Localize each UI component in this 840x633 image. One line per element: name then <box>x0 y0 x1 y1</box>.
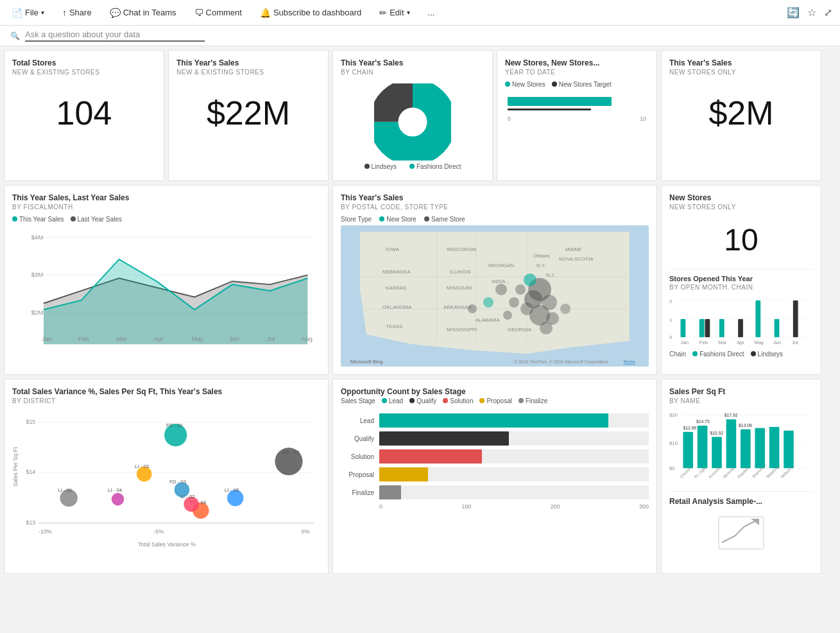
svg-text:Mar: Mar <box>718 340 727 345</box>
svg-rect-131 <box>769 427 780 468</box>
new-stores-ytd-title: New Stores, New Stores... <box>505 58 649 67</box>
scatter-svg: Sales Per Sq Ft $15 $14 $13 -10% -5% 0% … <box>12 410 320 564</box>
share-icon: ↑ <box>62 8 67 18</box>
legend-last-year: Last Year Sales <box>78 216 123 223</box>
map-subtitle: BY POSTAL CODE, STORE TYPE <box>341 204 649 211</box>
file-icon: 📄 <box>12 8 22 18</box>
opp-row-proposal: Proposal <box>341 467 649 481</box>
svg-text:FD - 03: FD - 03 <box>169 479 187 485</box>
svg-rect-74 <box>755 300 760 337</box>
pie-chart-container: Lindseys Fashions Direct <box>341 81 484 173</box>
retail-trend-icon <box>716 514 767 552</box>
svg-text:N.Y.: N.Y. <box>536 263 546 268</box>
map-container[interactable]: IOWA NEBRASKA KANSAS OKLAHOMA TEXAS WISC… <box>341 225 649 367</box>
svg-text:2: 2 <box>669 299 672 304</box>
svg-text:$13: $13 <box>26 519 36 526</box>
svg-text:NEBRASKA: NEBRASKA <box>382 269 411 275</box>
svg-text:Total Sales Variance %: Total Sales Variance % <box>138 541 196 548</box>
legend-new-stores-target: New Stores Target <box>559 81 612 88</box>
opp-row-lead: Lead <box>341 413 649 428</box>
svg-text:MAINE: MAINE <box>565 247 581 252</box>
svg-text:FD - 01: FD - 01 <box>166 422 183 428</box>
pie-label-lindseys: Lindseys <box>372 163 397 170</box>
svg-text:$3M: $3M <box>31 271 43 278</box>
new-stores-ytd-card: New Stores, New Stores... YEAR TO DATE N… <box>497 50 657 181</box>
svg-text:Aug: Aug <box>302 335 313 342</box>
new-stores-only-value: $2M <box>669 81 813 145</box>
svg-text:ALABAMA: ALABAMA <box>476 317 500 323</box>
svg-text:May: May <box>191 335 203 342</box>
chain-label: Chain <box>669 351 686 358</box>
fullscreen-icon[interactable]: ⤢ <box>824 6 832 19</box>
map-legend-same: Same Store <box>431 216 465 223</box>
opp-row-finalize: Finalize <box>341 485 649 499</box>
svg-text:N.J.: N.J. <box>546 272 555 278</box>
new-stores-count-subtitle: NEW STORES ONLY <box>669 204 813 211</box>
scatter-subtitle: BY DISTRICT <box>12 397 320 404</box>
edit-button[interactable]: ✏ Edit ▾ <box>375 5 413 21</box>
map-legend: Store Type New Store Same Store <box>341 216 649 223</box>
map-card: This Year's Sales BY POSTAL CODE, STORE … <box>332 185 657 375</box>
topbar: 📄 File ▾ ↑ Share 💬 Chat in Teams 🗨 Comme… <box>0 0 840 26</box>
map-svg: IOWA NEBRASKA KANSAS OKLAHOMA TEXAS WISC… <box>341 225 649 367</box>
svg-text:LI - 04: LI - 04 <box>108 487 123 493</box>
svg-text:$13.08: $13.08 <box>739 423 752 428</box>
topbar-right: 🔄 ☆ ⤢ <box>787 6 832 19</box>
refresh-icon[interactable]: 🔄 <box>787 6 800 19</box>
svg-text:LI - 02: LI - 02 <box>181 494 195 499</box>
subscribe-button[interactable]: 🔔 Subscribe to dashboard <box>256 5 365 21</box>
comment-button[interactable]: 🗨 Comment <box>191 5 246 21</box>
svg-text:LI - 01: LI - 01 <box>58 487 73 493</box>
svg-point-57 <box>495 284 507 295</box>
svg-text:Jan: Jan <box>681 340 689 345</box>
new-stores-only-title: This Year's Sales <box>669 58 813 67</box>
retail-analysis-section: Retail Analysis Sample-... <box>669 491 813 559</box>
svg-point-110 <box>112 493 124 506</box>
teams-icon: 💬 <box>110 8 121 18</box>
svg-text:WISCONSIN: WISCONSIN <box>447 247 476 252</box>
chat-teams-button[interactable]: 💬 Chat in Teams <box>106 5 180 21</box>
svg-text:Microsoft Bing: Microsoft Bing <box>350 359 383 365</box>
this-year-sales-subtitle: NEW & EXISTING STORES <box>176 69 320 76</box>
svg-text:$20: $20 <box>669 412 678 418</box>
opp-fill-lead <box>379 413 608 428</box>
map-legend-new: New Store <box>386 216 416 223</box>
svg-text:© 2024 TomTom, © 2024 Microsof: © 2024 TomTom, © 2024 Microsoft Corporat… <box>514 360 608 365</box>
svg-text:Jun: Jun <box>229 335 239 342</box>
svg-text:1: 1 <box>669 317 672 323</box>
sales-sqft-card: Sales Per Sq Ft BY NAME $20 $10 $0 $12.8… <box>661 379 821 574</box>
legend-fashions-direct: Fashions Direct <box>699 351 744 358</box>
svg-text:ILLINOIS: ILLINOIS <box>450 269 471 275</box>
svg-rect-71 <box>705 319 710 337</box>
line-chart-subtitle: BY FISCALMONTH <box>12 204 320 211</box>
svg-point-58 <box>483 297 493 308</box>
qa-input-container[interactable]: Ask a question about your data <box>25 30 205 42</box>
svg-point-51 <box>515 284 526 295</box>
bookmark-icon[interactable]: ☆ <box>807 6 816 19</box>
svg-text:$14: $14 <box>26 469 36 475</box>
opp-label-solution: Solution <box>341 453 379 460</box>
svg-text:$4M: $4M <box>31 234 43 241</box>
opp-track-finalize <box>379 485 649 499</box>
svg-text:Sales Per Sq Ft: Sales Per Sq Ft <box>12 447 19 487</box>
opened-bar-chart: 2 1 0 <box>669 296 813 347</box>
new-stores-legend: New Stores New Stores Target <box>505 81 649 88</box>
share-label: Share <box>69 8 92 17</box>
opportunity-bars: Lead Qualify Solution Proposal <box>341 408 649 515</box>
opp-fill-solution <box>379 449 482 464</box>
svg-rect-75 <box>775 319 780 337</box>
new-stores-only-card: This Year's Sales NEW STORES ONLY $2M <box>661 50 821 181</box>
share-button[interactable]: ↑ Share <box>58 5 96 21</box>
qa-placeholder: Ask a question about your data <box>25 30 140 39</box>
stores-opened-subtitle: BY OPEN MONTH, CHAIN <box>669 284 813 291</box>
svg-rect-128 <box>741 429 751 468</box>
svg-text:ARKANSAS: ARKANSAS <box>443 304 472 310</box>
new-stores-bar-chart: 0 10 <box>505 92 649 127</box>
file-menu[interactable]: 📄 File ▾ <box>8 5 48 21</box>
svg-text:MICHIGAN: MICHIGAN <box>488 263 514 268</box>
more-button[interactable]: ... <box>424 5 439 20</box>
dashboard: Total Stores NEW & EXISTING STORES 104 T… <box>0 46 840 578</box>
svg-text:$17.92: $17.92 <box>724 413 738 417</box>
pie-label-fashions: Fashions Direct <box>416 163 461 170</box>
svg-text:Apr: Apr <box>153 335 164 342</box>
